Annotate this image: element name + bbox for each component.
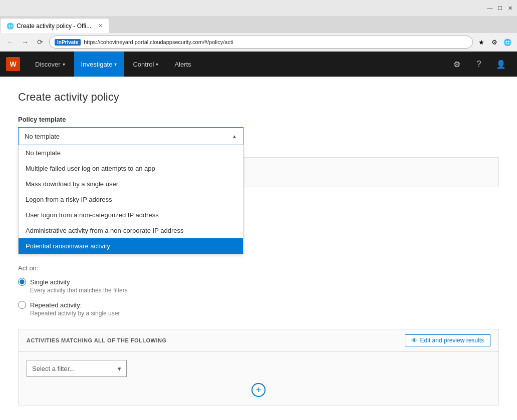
repeated-activity-radio[interactable]	[18, 301, 26, 309]
template-option-no-template[interactable]: No template	[19, 145, 243, 161]
filter-select-placeholder: Select a filter...	[32, 365, 75, 372]
template-option-admin-activity[interactable]: Administrative activity from a non-corpo…	[19, 223, 243, 238]
browser-titlebar: — ☐ ✕	[0, 0, 517, 16]
edit-preview-button[interactable]: 👁 Edit and preview results	[405, 334, 490, 346]
eye-icon: 👁	[411, 337, 417, 344]
investigate-chevron: ▾	[114, 62, 117, 67]
repeated-activity-row[interactable]: Repeated activity:	[18, 301, 499, 309]
tab-label: Create activity policy - Offi...	[17, 23, 91, 30]
nav-item-discover[interactable]: Discover ▾	[28, 52, 72, 77]
nav-user-icon[interactable]: 👤	[491, 52, 511, 77]
settings-icon[interactable]: ⚙	[489, 37, 500, 48]
page-title: Create activity policy	[18, 91, 499, 104]
app-nav: W Discover ▾ Investigate ▾ Control ▾ Ale…	[0, 52, 517, 77]
back-button[interactable]: ←	[4, 36, 16, 48]
main-content: Create activity policy Policy template N…	[0, 77, 517, 420]
office-logo[interactable]: W	[6, 57, 20, 71]
template-option-mass-download[interactable]: Mass download by a single user	[19, 176, 243, 192]
filter-select-row: Select a filter... ▾	[27, 360, 490, 377]
close-button[interactable]: ✕	[507, 5, 513, 11]
ie-icon[interactable]: 🌐	[502, 37, 513, 48]
policy-template-section: Policy template No template ▲ No templat…	[18, 116, 499, 145]
filter-dropdown-icon: ▾	[118, 365, 121, 372]
policy-template-dropdown[interactable]: No template ▲ No template Multiple faile…	[18, 127, 499, 145]
single-activity-label: Single activity	[30, 278, 70, 286]
inprivate-badge: InPrivate	[55, 39, 81, 46]
repeated-activity-desc: Repeated activity by a single user	[30, 310, 499, 317]
browser-addressbar: ← → ⟳ InPrivate https://cohovineyard.por…	[0, 33, 517, 51]
maximize-button[interactable]: ☐	[497, 5, 503, 11]
filter-select-box[interactable]: Select a filter... ▾	[27, 360, 127, 377]
nav-item-alerts[interactable]: Alerts	[167, 52, 198, 77]
template-option-ransomware[interactable]: Potential ransomware activity	[19, 238, 243, 254]
repeated-activity-option: Repeated activity: Repeated activity by …	[18, 301, 499, 317]
single-activity-desc: Every activity that matches the filters	[30, 287, 499, 294]
template-option-failed-logon[interactable]: Multiple failed user log on attempts to …	[19, 161, 243, 176]
browser-chrome: — ☐ ✕ 🌐 Create activity policy - Offi...…	[0, 0, 517, 52]
browser-tab-bar: 🌐 Create activity policy - Offi... ✕	[0, 16, 517, 33]
add-btn-row: +	[27, 383, 490, 397]
nav-settings-icon[interactable]: ⚙	[447, 52, 467, 77]
minimize-button[interactable]: —	[487, 5, 493, 11]
address-text: https://cohovineyard.portal.cloudappsecu…	[84, 39, 467, 45]
policy-template-label: Policy template	[18, 116, 499, 123]
dropdown-arrow-icon: ▲	[232, 134, 237, 139]
single-activity-row[interactable]: Single activity	[18, 278, 499, 286]
browser-toolbar-icons: ★ ⚙ 🌐	[476, 37, 513, 48]
filters-section: Create filters for the policy Act on: Si…	[18, 244, 499, 405]
activities-header: ACTIVITIES MATCHING ALL OF THE FOLLOWING…	[19, 329, 498, 352]
repeated-activity-label: Repeated activity:	[30, 301, 82, 309]
template-option-risky-ip[interactable]: Logon from a risky IP address	[19, 192, 243, 207]
tab-favicon: 🌐	[7, 23, 14, 30]
activities-box: ACTIVITIES MATCHING ALL OF THE FOLLOWING…	[18, 329, 499, 405]
activities-title: ACTIVITIES MATCHING ALL OF THE FOLLOWING	[27, 337, 167, 343]
address-bar[interactable]: InPrivate https://cohovineyard.portal.cl…	[49, 36, 473, 49]
active-tab[interactable]: 🌐 Create activity policy - Offi... ✕	[0, 18, 109, 33]
tab-close-button[interactable]: ✕	[98, 23, 103, 29]
template-option-non-categorized-ip[interactable]: User logon from a non-categorized IP add…	[19, 207, 243, 223]
add-filter-button[interactable]: +	[251, 383, 266, 397]
policy-template-menu: No template Multiple failed user log on …	[18, 145, 243, 254]
refresh-button[interactable]: ⟳	[34, 36, 46, 48]
act-on-radio-group: Single activity Every activity that matc…	[18, 278, 499, 317]
activities-body: Select a filter... ▾ +	[19, 352, 498, 405]
nav-item-control[interactable]: Control ▾	[126, 52, 165, 77]
favorites-icon[interactable]: ★	[476, 37, 487, 48]
control-chevron: ▾	[156, 62, 158, 67]
single-activity-option: Single activity Every activity that matc…	[18, 278, 499, 294]
discover-chevron: ▾	[63, 62, 65, 67]
nav-help-icon[interactable]: ?	[469, 52, 489, 77]
policy-template-value: No template	[25, 133, 60, 140]
single-activity-radio[interactable]	[18, 278, 26, 286]
policy-template-select[interactable]: No template ▲	[18, 127, 243, 145]
forward-button[interactable]: →	[19, 36, 31, 48]
preview-btn-label: Edit and preview results	[420, 337, 484, 344]
act-on-label: Act on:	[18, 264, 499, 272]
nav-item-investigate[interactable]: Investigate ▾	[74, 52, 124, 77]
